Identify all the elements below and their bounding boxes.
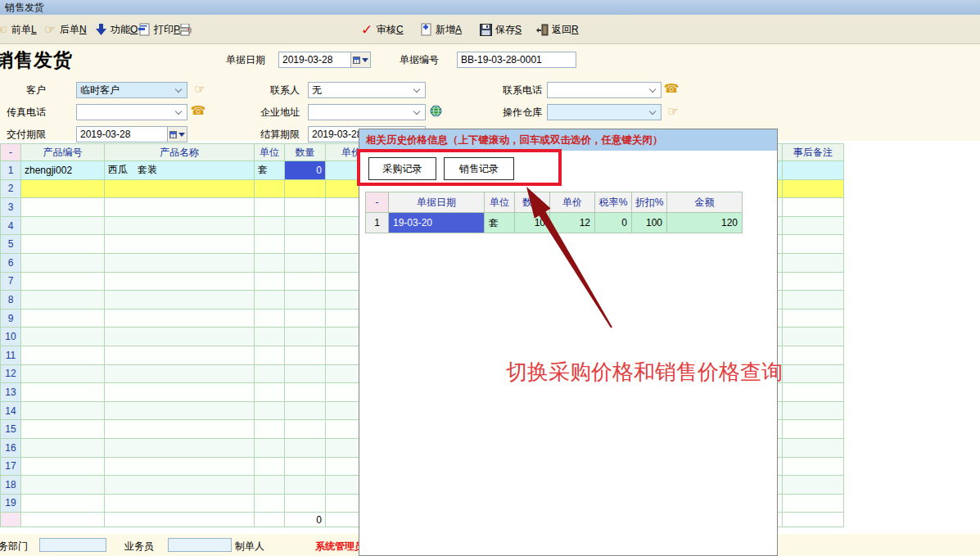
- grid-cell[interactable]: [105, 476, 255, 495]
- grid-cell[interactable]: [21, 383, 105, 402]
- grid-cell[interactable]: [255, 291, 285, 310]
- customer-combo[interactable]: 临时客户: [76, 82, 187, 98]
- grid-cell[interactable]: [255, 420, 285, 439]
- new-button[interactable]: 新增A: [419, 20, 462, 38]
- grid-cell[interactable]: [255, 476, 285, 495]
- history-row[interactable]: 119-03-20套10120100120: [366, 213, 743, 233]
- grid-cell[interactable]: [105, 179, 255, 198]
- grid-cell[interactable]: [255, 198, 285, 217]
- grid-cell[interactable]: [21, 198, 105, 217]
- grid-cell[interactable]: [285, 216, 326, 235]
- grid-cell[interactable]: [285, 272, 326, 291]
- grid-cell[interactable]: [255, 383, 285, 402]
- grid-cell[interactable]: [105, 291, 255, 310]
- grid-cell[interactable]: [105, 364, 255, 383]
- grid-cell[interactable]: [21, 401, 105, 420]
- grid-cell[interactable]: [21, 291, 105, 310]
- address-combo[interactable]: [308, 104, 426, 120]
- grid-cell[interactable]: [783, 291, 844, 310]
- printer-button[interactable]: [178, 20, 192, 38]
- grid-cell[interactable]: [783, 401, 844, 420]
- next-doc-button[interactable]: ☞ 后单N: [43, 20, 87, 38]
- grid-cell[interactable]: [285, 235, 326, 254]
- doc-no-field[interactable]: BB-19-03-28-0001: [457, 52, 576, 68]
- hand-right-icon[interactable]: ☞: [193, 83, 206, 96]
- grid-cell[interactable]: [783, 328, 844, 346]
- grid-cell[interactable]: [783, 476, 844, 495]
- grid-cell[interactable]: [105, 438, 255, 457]
- grid-cell[interactable]: [783, 420, 844, 439]
- grid-cell[interactable]: [21, 364, 105, 383]
- salesman-input[interactable]: [168, 538, 232, 552]
- grid-cell[interactable]: [105, 309, 255, 328]
- grid-cell[interactable]: [783, 438, 844, 457]
- grid-cell[interactable]: [783, 346, 844, 364]
- grid-cell[interactable]: [255, 253, 285, 272]
- grid-cell[interactable]: [255, 216, 285, 235]
- grid-cell[interactable]: zhengji002: [21, 161, 105, 180]
- grid-cell[interactable]: [783, 216, 844, 235]
- grid-cell[interactable]: [105, 401, 255, 420]
- history-cell[interactable]: 12: [550, 213, 595, 233]
- grid-cell[interactable]: [285, 198, 326, 217]
- return-button[interactable]: 返回R: [535, 20, 579, 38]
- history-cell[interactable]: 120: [667, 213, 743, 233]
- grid-cell[interactable]: [105, 457, 255, 476]
- grid-cell[interactable]: [783, 309, 844, 328]
- doc-date-field[interactable]: 2019-03-28: [278, 52, 371, 68]
- print-button[interactable]: 打印P: [138, 20, 180, 38]
- grid-cell[interactable]: [105, 272, 255, 291]
- history-cell[interactable]: 10: [515, 213, 550, 233]
- phone-icon[interactable]: ☎: [665, 82, 678, 95]
- calendar-dropdown-button[interactable]: [167, 127, 187, 142]
- grid-cell[interactable]: [783, 383, 844, 402]
- grid-cell[interactable]: [285, 291, 326, 310]
- grid-cell[interactable]: [21, 309, 105, 328]
- purchase-records-button[interactable]: 采购记录: [368, 157, 436, 180]
- grid-cell[interactable]: [285, 494, 326, 513]
- grid-cell[interactable]: [285, 420, 326, 439]
- grid-cell[interactable]: [255, 401, 285, 420]
- approve-button[interactable]: ✓ 审核C: [360, 20, 404, 38]
- hand-right-icon[interactable]: ☞: [666, 105, 680, 118]
- contact-combo[interactable]: 无: [308, 82, 426, 98]
- grid-cell[interactable]: [285, 346, 326, 364]
- grid-cell[interactable]: [285, 476, 326, 495]
- dept-input[interactable]: [39, 538, 106, 552]
- grid-cell[interactable]: [783, 457, 844, 476]
- grid-cell[interactable]: [783, 235, 844, 254]
- history-cell[interactable]: 19-03-20: [389, 213, 485, 233]
- functions-button[interactable]: 功能O: [94, 20, 138, 38]
- grid-cell[interactable]: [285, 457, 326, 476]
- grid-cell[interactable]: [21, 346, 105, 364]
- grid-cell[interactable]: [255, 494, 285, 513]
- grid-cell[interactable]: [255, 328, 285, 346]
- grid-cell[interactable]: [105, 235, 255, 254]
- grid-cell[interactable]: 0: [285, 161, 326, 180]
- grid-cell[interactable]: [21, 494, 105, 513]
- grid-cell[interactable]: [783, 272, 844, 291]
- grid-cell[interactable]: [21, 253, 105, 272]
- grid-cell[interactable]: [783, 494, 844, 513]
- globe-icon[interactable]: [429, 104, 442, 117]
- grid-cell[interactable]: [105, 383, 255, 402]
- grid-cell[interactable]: [285, 401, 326, 420]
- grid-cell[interactable]: [255, 235, 285, 254]
- sales-records-button[interactable]: 销售记录: [444, 157, 514, 180]
- grid-cell[interactable]: [285, 328, 326, 346]
- grid-cell[interactable]: [285, 438, 326, 457]
- grid-cell[interactable]: [105, 346, 255, 364]
- grid-cell[interactable]: [21, 272, 105, 291]
- grid-cell[interactable]: [105, 198, 255, 217]
- phone-icon[interactable]: ☎: [192, 104, 205, 117]
- grid-cell[interactable]: [255, 179, 285, 198]
- grid-cell[interactable]: [21, 328, 105, 346]
- grid-cell[interactable]: [255, 457, 285, 476]
- grid-cell[interactable]: [255, 364, 285, 383]
- grid-cell[interactable]: [285, 253, 326, 272]
- save-button[interactable]: 保存S: [479, 20, 522, 38]
- delivery-deadline-field[interactable]: 2019-03-28: [76, 126, 187, 142]
- grid-cell[interactable]: 套: [255, 161, 285, 180]
- grid-cell[interactable]: [21, 420, 105, 439]
- grid-cell[interactable]: [255, 309, 285, 328]
